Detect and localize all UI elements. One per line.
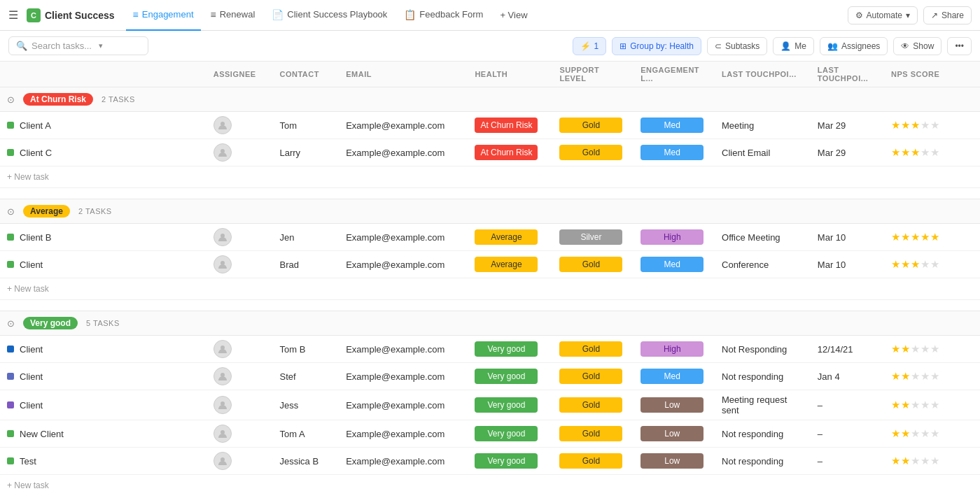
filter-button[interactable]: ⚡ 1: [573, 37, 607, 55]
task-label[interactable]: Client: [20, 344, 43, 355]
group-label: Group by: Health: [630, 41, 694, 51]
touchpoint2-value: Mar 29: [818, 148, 846, 158]
task-label[interactable]: Client B: [20, 232, 52, 243]
engagement-cell: Med: [634, 363, 715, 390]
star-empty: ★: [930, 370, 939, 383]
nps-cell: ★★★★★: [884, 420, 980, 448]
automate-label: Automate: [867, 10, 902, 20]
touchpoint1-value: Not responding: [722, 371, 783, 382]
star-empty: ★: [911, 455, 920, 467]
engagement-badge: High: [640, 341, 704, 357]
tab-renewal[interactable]: ≡ Renewal: [204, 0, 262, 31]
email-cell: Example@example.com: [339, 420, 468, 448]
app-title: Client Success: [45, 10, 115, 21]
star-rating: ★★★★★: [891, 258, 973, 271]
assignee-cell: [206, 390, 273, 420]
table-row[interactable]: Test Jessica B Example@example.com Very …: [0, 448, 980, 475]
task-label[interactable]: Client A: [20, 120, 51, 131]
contact-cell: Jen: [272, 224, 339, 251]
star-empty: ★: [920, 119, 930, 131]
task-name-cell: Client: [0, 251, 206, 278]
add-view-button[interactable]: + View: [493, 6, 534, 24]
show-button[interactable]: 👁 Show: [893, 37, 941, 55]
share-icon: ↗: [931, 10, 938, 20]
subtasks-label: Subtasks: [725, 41, 760, 51]
search-input[interactable]: 🔍 Search tasks... ▾: [8, 36, 148, 55]
star-rating: ★★★★★: [891, 427, 973, 440]
touchpoint1-value: Office Meeting: [722, 232, 780, 243]
star-empty: ★: [920, 146, 930, 159]
support-cell: Gold: [552, 251, 634, 278]
table-row[interactable]: Client C Larry Example@example.com At Ch…: [0, 139, 980, 166]
share-button[interactable]: ↗ Share: [923, 6, 972, 24]
table-row[interactable]: New Client Tom A Example@example.com Ver…: [0, 420, 980, 448]
col-header-touchpoint2: LAST TOUCHPOI...: [811, 62, 884, 87]
task-label[interactable]: Client: [20, 371, 43, 382]
star-filled: ★: [901, 258, 910, 271]
nps-cell: ★★★★★: [884, 336, 980, 363]
avatar: [214, 340, 232, 358]
star-empty: ★: [911, 427, 920, 440]
task-dot: [7, 430, 14, 437]
star-rating: ★★★★★: [891, 399, 973, 411]
table-row[interactable]: Client Jess Example@example.com Very goo…: [0, 390, 980, 420]
table-row[interactable]: Client Tom B Example@example.com Very go…: [0, 336, 980, 363]
table-row[interactable]: Client Brad Example@example.com Average …: [0, 251, 980, 278]
tab-playbook[interactable]: 📄 Client Success Playbook: [265, 0, 394, 31]
task-label[interactable]: Test: [20, 456, 36, 467]
new-task-cell[interactable]: + New task: [0, 278, 980, 300]
collapse-icon[interactable]: ⊙: [7, 206, 15, 217]
touchpoint1-cell: Not responding: [715, 448, 811, 475]
new-task-row[interactable]: + New task: [0, 475, 980, 492]
col-header-contact: CONTACT: [272, 62, 339, 87]
email-value: Example@example.com: [346, 120, 444, 131]
contact-name: Jess: [279, 400, 298, 411]
task-label[interactable]: Client C: [20, 148, 52, 158]
new-task-row[interactable]: + New task: [0, 278, 980, 300]
task-name: Client A: [7, 120, 200, 131]
task-name-cell: Client: [0, 390, 206, 420]
collapse-icon[interactable]: ⊙: [7, 94, 15, 105]
new-task-cell[interactable]: + New task: [0, 166, 980, 188]
engagement-badge: Med: [640, 369, 704, 384]
contact-name: Tom B: [279, 344, 305, 355]
star-filled: ★: [891, 231, 900, 243]
share-label: Share: [941, 10, 964, 20]
group-by-button[interactable]: ⊞ Group by: Health: [612, 37, 701, 55]
table-row[interactable]: Client B Jen Example@example.com Average…: [0, 224, 980, 251]
table-row[interactable]: Client A Tom Example@example.com At Chur…: [0, 112, 980, 139]
new-task-cell[interactable]: + New task: [0, 475, 980, 492]
task-dot: [7, 457, 14, 464]
health-badge: Very good: [475, 426, 538, 441]
task-label[interactable]: New Client: [20, 429, 64, 439]
star-rating: ★★★★★: [891, 343, 973, 355]
search-chevron: ▾: [99, 41, 103, 50]
task-name-cell: Test: [0, 448, 206, 475]
touchpoint2-cell: Mar 10: [811, 251, 884, 278]
more-options-button[interactable]: •••: [947, 37, 972, 55]
touchpoint2-value: Mar 10: [818, 259, 846, 270]
health-badge: Very good: [475, 453, 538, 469]
new-task-row[interactable]: + New task: [0, 166, 980, 188]
subtasks-button[interactable]: ⊂ Subtasks: [707, 37, 767, 55]
automate-button[interactable]: ⚙ Automate ▾: [848, 6, 918, 24]
star-filled: ★: [901, 146, 910, 159]
task-dot: [7, 122, 14, 129]
task-count: 5 TASKS: [86, 319, 120, 327]
table-row[interactable]: Client Stef Example@example.com Very goo…: [0, 363, 980, 390]
email-cell: Example@example.com: [339, 112, 468, 139]
task-label[interactable]: Client: [20, 400, 43, 411]
tab-engagement[interactable]: ≡ Engagement: [126, 0, 201, 31]
collapse-icon[interactable]: ⊙: [7, 318, 15, 329]
avatar: [214, 116, 232, 134]
task-label[interactable]: Client: [20, 259, 43, 270]
menu-icon[interactable]: ☰: [8, 8, 18, 22]
me-button[interactable]: 👤 Me: [773, 37, 814, 55]
tab-feedback[interactable]: 📋 Feedback Form: [397, 0, 490, 31]
star-filled: ★: [901, 231, 910, 243]
star-empty: ★: [920, 399, 930, 411]
touchpoint1-cell: Not responding: [715, 363, 811, 390]
assignees-button[interactable]: 👥 Assignees: [820, 37, 888, 55]
health-badge: Very good: [475, 369, 538, 384]
automate-icon: ⚙: [855, 10, 863, 20]
